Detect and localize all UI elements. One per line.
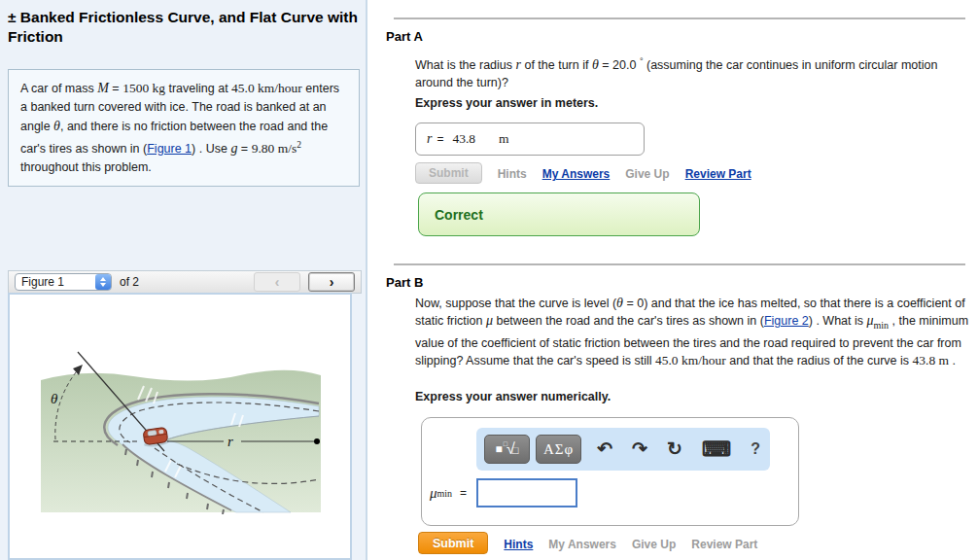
exponent-glyph: □ [504, 440, 507, 447]
part-a-separator [394, 18, 965, 19]
mu-symbol: μ [430, 485, 437, 502]
problem-title: ± Banked Frictionless Curve, and Flat Cu… [8, 8, 364, 47]
r-label: r [227, 434, 233, 449]
figure-illustration: θ r [41, 339, 321, 514]
figure-toolbar: Figure 1 of 2 ‹ › [8, 270, 362, 294]
part-b-instruction: Express your answer numerically. [415, 390, 611, 403]
mu-min-input[interactable] [476, 478, 577, 508]
correct-label: Correct [435, 207, 483, 223]
text-segment: and that the radius of the curve is [726, 354, 913, 368]
chevron-right-icon: › [330, 275, 334, 289]
equals-sign: = [437, 132, 443, 146]
text-segment: 2 [297, 140, 301, 150]
equals-sign: = [460, 486, 467, 500]
figure-select[interactable]: Figure 1 [15, 273, 112, 291]
keyboard-icon[interactable]: ⌨ [702, 435, 731, 464]
text-segment: throughout this problem. [20, 160, 152, 174]
problem-side-panel: ± Banked Frictionless Curve, and Flat Cu… [0, 0, 367, 560]
part-a-submit-button[interactable]: Submit [415, 162, 482, 184]
text-segment: . [949, 354, 956, 368]
reset-icon[interactable]: ↻ [667, 435, 682, 464]
part-a-heading: Part A [386, 29, 423, 44]
text-segment: 1500 kg [122, 81, 165, 95]
text-segment: ) . Use [192, 142, 230, 156]
text-segment: θ [616, 296, 623, 310]
part-a-question: What is the radius r of the turn if θ = … [415, 52, 971, 91]
text-segment: = 20.0 [599, 58, 640, 72]
mu-min-answer-row: μmin = [430, 478, 798, 508]
answer-unit: m [499, 131, 509, 147]
give-up-link[interactable]: Give Up [632, 538, 676, 551]
part-b-submit-button[interactable]: Submit [418, 532, 488, 554]
undo-icon[interactable]: ↶ [597, 435, 612, 464]
part-b-heading: Part B [386, 275, 423, 290]
next-figure-button[interactable]: › [308, 272, 355, 292]
text-segment: Now, suppose that the curve is level ( [415, 297, 616, 310]
radicand-glyph: □ [512, 444, 519, 456]
text-segment: = [109, 82, 122, 95]
answer-variable: r [427, 131, 432, 147]
text-segment: μ [867, 313, 874, 328]
help-icon[interactable]: ? [751, 435, 760, 464]
figure-panel: θ r [8, 293, 352, 560]
text-segment: M [97, 81, 109, 95]
figure-nav: ‹ › [254, 272, 355, 292]
center-dot [314, 438, 320, 444]
figure-2-link[interactable]: Figure 2 [764, 314, 809, 328]
part-a-instruction: Express your answer in meters. [415, 96, 598, 110]
part-b-separator [394, 263, 965, 265]
text-segment: of the turn if [521, 58, 592, 72]
text-segment: 45.0 km/hour [231, 81, 302, 95]
part-a-links: HintsMy AnswersGive UpReview Part [482, 164, 751, 182]
redo-icon[interactable]: ↷ [632, 435, 647, 464]
greek-glyphs: ΑΣφ [543, 441, 574, 458]
answer-value: 43.8 [452, 131, 475, 147]
equation-answer-box: ■□√□ ΑΣφ ↶ ↷ ↻ ⌨ ? μmin = [421, 417, 799, 526]
review-part-link[interactable]: Review Part [685, 167, 751, 181]
chevron-left-icon: ‹ [275, 275, 280, 289]
text-segment: traveling at [165, 82, 231, 95]
theta-label: θ [51, 391, 58, 406]
mu-subscript: min [437, 488, 453, 499]
give-up-link[interactable]: Give Up [625, 167, 669, 181]
text-segment: 45.0 km/hour [655, 353, 726, 368]
figure-count-label: of 2 [120, 275, 139, 289]
equation-templates-button[interactable]: ■□√□ [484, 435, 530, 464]
my-answers-link[interactable]: My Answers [542, 167, 611, 181]
figure-select-value: Figure 1 [21, 275, 64, 289]
greek-symbols-button[interactable]: ΑΣφ [536, 435, 581, 464]
text-segment: between the road and the car's tires as … [493, 314, 764, 328]
text-segment: 9.80 m/s [252, 141, 297, 156]
problem-intro-box: A car of mass M = 1500 kg traveling at 4… [8, 69, 360, 187]
part-b-question: Now, suppose that the curve is level (θ … [415, 295, 971, 369]
text-segment: θ [592, 57, 599, 72]
correct-feedback-box: Correct [418, 192, 700, 236]
text-segment: ) . What is [809, 314, 867, 328]
review-part-link[interactable]: Review Part [691, 538, 757, 551]
figure-1-link[interactable]: Figure 1 [147, 142, 192, 156]
my-answers-link[interactable]: My Answers [548, 538, 616, 551]
text-segment: What is the radius [415, 58, 516, 72]
text-segment: μ [486, 313, 493, 328]
mastering-physics-page: { "problem": { "title": "± Banked Fricti… [0, 0, 978, 560]
square-glyph: ■ [496, 442, 503, 456]
previous-figure-button[interactable]: ‹ [254, 272, 300, 292]
stepper-icon [95, 274, 111, 290]
text-segment: min [874, 320, 890, 331]
equation-toolbar: ■□√□ ΑΣφ ↶ ↷ ↻ ⌨ ? [476, 428, 770, 471]
text-segment: 43.8 m [913, 353, 950, 368]
part-a-actions: Submit HintsMy AnswersGive UpReview Part [415, 162, 751, 184]
text-segment: θ [53, 119, 60, 133]
part-b-links: HintsMy AnswersGive UpReview Part [488, 535, 757, 552]
part-a-answer-field[interactable]: r = 43.8 m [415, 122, 645, 156]
part-b-actions: Submit HintsMy AnswersGive UpReview Part [418, 532, 757, 554]
text-segment: = [237, 142, 251, 156]
hints-link[interactable]: Hints [504, 538, 533, 551]
hints-link[interactable]: Hints [498, 167, 527, 181]
text-segment: A car of mass [20, 82, 97, 95]
